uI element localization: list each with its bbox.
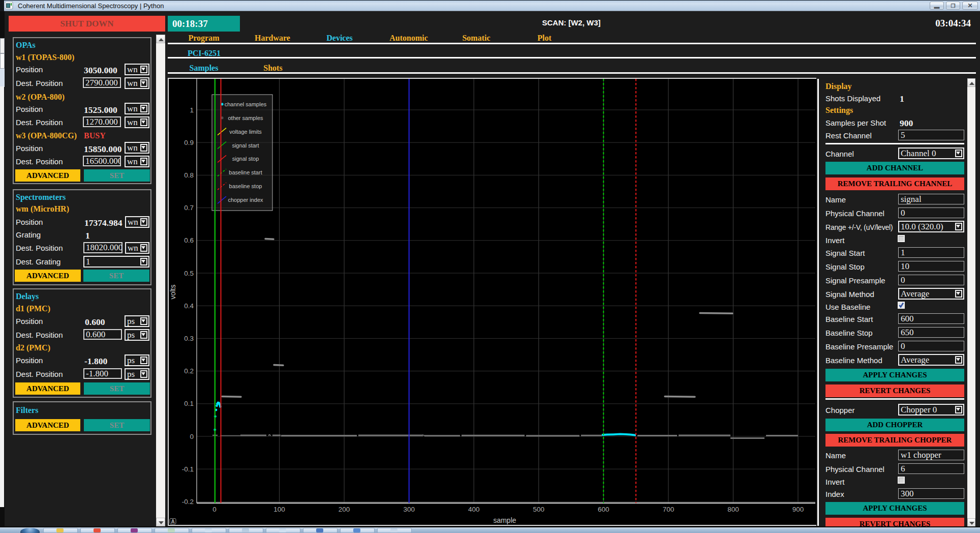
svg-text:400: 400 (468, 506, 480, 513)
svg-text:600: 600 (598, 506, 609, 513)
svg-text:chopper index: chopper index (228, 197, 263, 203)
svg-text:0: 0 (190, 433, 194, 440)
svg-text:sample: sample (493, 516, 516, 524)
svg-text:A: A (171, 519, 174, 524)
svg-text:0.8: 0.8 (184, 171, 194, 179)
svg-text:0.6: 0.6 (184, 236, 194, 244)
svg-text:channel samples: channel samples (225, 101, 267, 107)
svg-text:900: 900 (792, 506, 804, 513)
svg-text:-0.1: -0.1 (182, 465, 194, 473)
svg-text:1: 1 (190, 106, 194, 114)
svg-text:300: 300 (403, 506, 415, 513)
svg-text:0.7: 0.7 (184, 204, 194, 212)
svg-text:0.3: 0.3 (184, 335, 194, 342)
svg-text:0.4: 0.4 (184, 302, 194, 310)
svg-text:500: 500 (533, 506, 545, 513)
svg-text:0: 0 (212, 506, 217, 513)
svg-text:0.5: 0.5 (184, 270, 194, 277)
svg-text:200: 200 (339, 506, 350, 513)
svg-text:800: 800 (727, 506, 739, 513)
svg-text:voltage limits: voltage limits (229, 129, 262, 135)
svg-text:700: 700 (663, 506, 675, 513)
svg-text:signal stop: signal stop (232, 156, 259, 162)
svg-text:0.2: 0.2 (184, 367, 194, 375)
svg-text:signal start: signal start (232, 142, 259, 149)
svg-text:baseline stop: baseline stop (229, 183, 262, 189)
svg-text:other samples: other samples (228, 115, 263, 121)
svg-text:0.9: 0.9 (184, 139, 194, 146)
svg-text:-0.2: -0.2 (182, 498, 194, 506)
svg-text:baseline start: baseline start (229, 169, 262, 175)
svg-text:volts: volts (169, 285, 177, 300)
svg-text:100: 100 (273, 506, 285, 513)
svg-text:0.1: 0.1 (184, 400, 194, 407)
